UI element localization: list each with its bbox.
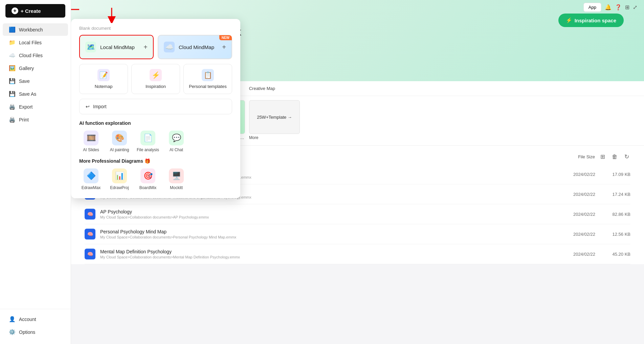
file-date-4: 2024/02/22 xyxy=(551,252,595,257)
export-label: Export xyxy=(19,104,32,110)
local-mindmap-card[interactable]: 🗺️ Local MindMap + xyxy=(79,35,154,59)
file-analysis-icon: 📄 xyxy=(140,131,155,145)
gallery-icon: 🖼️ xyxy=(9,65,16,71)
top-header: App 🔔 ❓ ⊞ ⤢ xyxy=(577,0,644,15)
mockitt-icon: 🖥️ xyxy=(169,168,184,183)
save-as-label: Save As xyxy=(19,91,36,97)
help-icon[interactable]: ❓ xyxy=(615,4,622,10)
file-icon-2: 🧠 xyxy=(85,209,95,220)
doc-type-row: 🗺️ Local MindMap + NEW ☁️ Cloud MindMap … xyxy=(79,35,232,59)
cloud-mindmap-label: Cloud MindMap xyxy=(179,44,214,50)
table-row[interactable]: 🧠 Personal Psychology Mind Map My Cloud … xyxy=(85,224,630,244)
options-icon: ⚙️ xyxy=(9,329,16,335)
notemap-icon: 📝 xyxy=(97,69,110,81)
workbench-label: Workbench xyxy=(19,27,43,32)
ai-chat-label: AI Chat xyxy=(170,147,183,152)
pro-section-emoji: 🎁 xyxy=(145,158,150,164)
cloud-mindmap-card[interactable]: NEW ☁️ Cloud MindMap + xyxy=(158,35,232,59)
file-size-0: 17.09 KB xyxy=(600,172,630,177)
sidebar-item-local-files[interactable]: 📁 Local Files xyxy=(3,36,68,49)
edrawmax-card[interactable]: 🔷 EdrawMax xyxy=(79,168,103,190)
sidebar-item-cloud-files[interactable]: ☁️ Cloud Files xyxy=(3,49,68,62)
mockitt-card[interactable]: 🖥️ Mockitt xyxy=(164,168,188,190)
file-info-3: Personal Psychology Mind Map My Cloud Sp… xyxy=(100,229,547,239)
file-size-2: 82.86 KB xyxy=(600,212,630,217)
inspiration-space-button[interactable]: ⚡ Inspiration space xyxy=(558,14,624,27)
sidebar: + + Create 🟦 Workbench 📁 Local Files ☁️ … xyxy=(0,0,71,344)
sidebar-item-save[interactable]: 💾 Save xyxy=(3,75,68,87)
inspiration-btn-label: Inspiration space xyxy=(575,18,616,23)
options-label: Options xyxy=(19,329,35,335)
sidebar-nav: 🟦 Workbench 📁 Local Files ☁️ Cloud Files… xyxy=(0,22,71,309)
file-size-3: 12.56 KB xyxy=(600,232,630,237)
edrawmax-icon: 🔷 xyxy=(84,168,98,183)
ai-slides-icon: 🎞️ xyxy=(84,131,98,145)
ai-section-title: AI function exploration xyxy=(79,120,232,126)
cloud-files-label: Cloud Files xyxy=(19,53,43,58)
pro-section-title-text: More Professional Diagrams xyxy=(79,158,143,164)
edrawproj-card[interactable]: 📊 EdrawProj xyxy=(108,168,131,190)
file-name-3: Personal Psychology Mind Map xyxy=(100,229,547,234)
grid-icon[interactable]: ⊞ xyxy=(625,4,629,10)
account-icon: 👤 xyxy=(9,316,16,322)
file-info-2: AP Psychology My Cloud Space>Collaborati… xyxy=(100,209,547,219)
main-content: App 🔔 ❓ ⊞ ⤢ tes mind maps with one click… xyxy=(71,0,644,344)
table-row[interactable]: 🧠 Mental Map Definition Psychology My Cl… xyxy=(85,244,630,264)
cloud-files-icon: ☁️ xyxy=(9,52,16,59)
sidebar-item-options[interactable]: ⚙️ Options xyxy=(3,326,68,338)
sidebar-item-account[interactable]: 👤 Account xyxy=(3,313,68,325)
create-menu: Blank document 🗺️ Local MindMap + NEW ☁️… xyxy=(71,19,240,198)
edrawmax-label: EdrawMax xyxy=(82,185,101,190)
lightning-icon: ⚡ xyxy=(566,17,572,23)
inspiration-card[interactable]: ⚡ Inspiration xyxy=(131,64,180,94)
refresh-icon[interactable]: ↻ xyxy=(623,152,630,162)
app-button[interactable]: App xyxy=(583,3,601,12)
boardmix-card[interactable]: 🎯 BoardMix xyxy=(136,168,160,190)
cloud-mindmap-plus-icon: + xyxy=(222,43,226,51)
prof-row: 🔷 EdrawMax 📊 EdrawProj 🎯 BoardMix 🖥️ xyxy=(79,168,232,190)
sidebar-item-print[interactable]: 🖨️ Print xyxy=(3,113,68,126)
notemap-card[interactable]: 📝 Notemap xyxy=(79,64,128,94)
ai-chat-card[interactable]: 💬 AI Chat xyxy=(164,131,188,152)
edrawproj-icon: 📊 xyxy=(112,168,127,183)
gallery-label: Gallery xyxy=(19,66,34,71)
timeline-creative[interactable]: Creative Map xyxy=(249,86,275,91)
personal-templates-label: Personal templates xyxy=(189,84,226,89)
ai-slides-label: AI Slides xyxy=(83,147,99,152)
sidebar-item-save-as[interactable]: 💾 Save As xyxy=(3,88,68,100)
sidebar-item-export[interactable]: 🖨️ Export xyxy=(3,100,68,113)
table-row[interactable]: 🧠 AP Psychology My Cloud Space>Collabora… xyxy=(85,204,630,224)
local-mindmap-icon: 🗺️ xyxy=(85,42,96,52)
delete-icon[interactable]: 🗑 xyxy=(610,152,619,162)
pro-section-title: More Professional Diagrams 🎁 xyxy=(79,158,232,164)
create-button[interactable]: + + Create xyxy=(5,4,65,18)
expand-icon[interactable]: ⤢ xyxy=(633,4,637,10)
local-mindmap-label: Local MindMap xyxy=(100,44,135,50)
template-more-button[interactable]: 25W+Template → xyxy=(249,100,300,134)
notifications-icon[interactable]: 🔔 xyxy=(605,4,612,10)
import-row[interactable]: ↩ Import xyxy=(79,99,232,114)
create-plus-icon: + xyxy=(12,7,18,14)
template-more-label: 25W+Template → xyxy=(257,115,292,120)
file-date-3: 2024/02/22 xyxy=(551,232,595,237)
file-date-2: 2024/02/22 xyxy=(551,212,595,217)
file-path-4: My Cloud Space>Collaboration documents>M… xyxy=(100,255,547,259)
template-col-more: 25W+Template → More xyxy=(249,100,300,140)
account-label: Account xyxy=(19,317,36,322)
file-analysis-card[interactable]: 📄 File analysis xyxy=(136,131,160,152)
sidebar-item-workbench[interactable]: 🟦 Workbench xyxy=(3,23,68,36)
ai-slides-card[interactable]: 🎞️ AI Slides xyxy=(79,131,103,152)
print-label: Print xyxy=(19,117,29,122)
ai-painting-card[interactable]: 🎨 AI painting xyxy=(108,131,131,152)
save-label: Save xyxy=(19,78,30,84)
inspiration-label: Inspiration xyxy=(146,84,166,89)
edrawproj-label: EdrawProj xyxy=(110,185,129,190)
personal-templates-card[interactable]: 📋 Personal templates xyxy=(183,64,232,94)
other-types-row: 📝 Notemap ⚡ Inspiration 📋 Personal templ… xyxy=(79,64,232,94)
create-label: + Create xyxy=(21,8,41,14)
grid-view-icon[interactable]: ⊞ xyxy=(599,152,606,162)
file-info-4: Mental Map Definition Psychology My Clou… xyxy=(100,249,547,259)
ai-painting-label: AI painting xyxy=(110,147,129,152)
inspiration-icon: ⚡ xyxy=(150,69,162,81)
sidebar-item-gallery[interactable]: 🖼️ Gallery xyxy=(3,62,68,74)
